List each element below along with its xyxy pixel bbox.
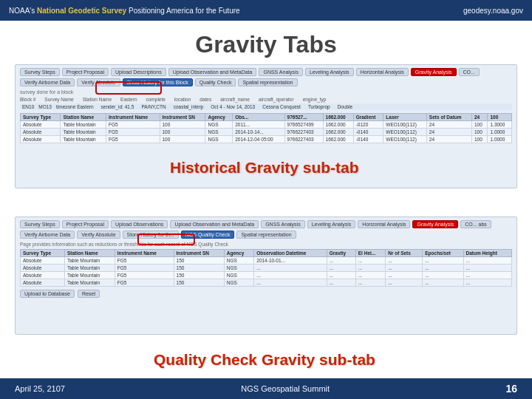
upper-survey-row: EN10 MO13 timezone Eastern sender_id: 41… [20, 103, 512, 110]
upper-data-table: Survey Type Station Name Instrument Name… [20, 113, 512, 143]
upper-nav-bar: Survey Steps Project Proposal Upload Des… [20, 68, 512, 76]
lower-nav-bar: Survey Steps Project Proposal Upload Obs… [20, 220, 512, 228]
lcol-el-hei: El Hei... [355, 250, 385, 257]
field-basin: Eastern [120, 97, 137, 102]
table-row: Absolute Table Mountain FG5 150 NGS ... … [21, 265, 512, 272]
col-survey-type: Survey Type [21, 114, 61, 121]
field-engine: engine_typ [303, 97, 327, 102]
lcol-instrument-name: Instrument Name [115, 250, 174, 257]
upper-nav-co[interactable]: CO... [459, 68, 480, 76]
upper-sub-label: survey done for a block [20, 89, 512, 95]
upper-nav-upload-desc[interactable]: Upload Descriptions [111, 68, 166, 76]
header-left: NOAA's National Geodetic Survey Position… [9, 7, 240, 15]
col-agency: Agency [205, 114, 233, 121]
upper-nav-upload-obs[interactable]: Upload Observation and MetaData [168, 68, 257, 76]
lower-bottom-buttons: Upload to Database Reset [20, 290, 512, 298]
field-station: Station Name [83, 97, 112, 102]
survey-aircraft-name: Cessna Conquest [262, 104, 301, 109]
lower-nav-survey-steps[interactable]: Survey Steps [20, 220, 60, 228]
lower-callout-label: Quality Check Gravity sub-tab [154, 351, 375, 369]
table-row: Absolute Table Mountain FG5 150 NGS ... … [21, 279, 512, 287]
upper-btn-spatial[interactable]: Spatial representation [238, 78, 297, 86]
survey-id: EN10 [22, 104, 34, 109]
field-operator: aircraft_operator [259, 97, 294, 102]
lower-btn-store-history[interactable]: Store History for th... [123, 231, 179, 239]
lower-callout-text: Quality Check Gravity sub-tab [154, 351, 375, 368]
col-obs: Obs... [233, 114, 284, 121]
upper-panel: Survey Steps Project Proposal Upload Des… [15, 64, 517, 188]
lower-btn-ngs-quality[interactable]: NGS Quality Check [181, 231, 235, 239]
header-tagline: Positioning America for the Future [129, 7, 240, 15]
lower-nav-leveling[interactable]: Leveling Analysis [307, 220, 356, 228]
survey-coastal-interp: coastal_interp [174, 104, 203, 109]
lcol-epochs: Epochs/set [423, 250, 463, 257]
upper-btn-verify-absolute[interactable]: Verify Absolute [77, 78, 120, 86]
lower-nav-co[interactable]: CO... abs [460, 220, 491, 228]
col-instrument-sn: Instrument SN [160, 114, 205, 121]
field-location: location [174, 97, 191, 102]
lower-btn-upload-database[interactable]: Upload to Database [20, 290, 75, 298]
col-instrument-name: Instrument Name [106, 114, 160, 121]
lcol-agency: Agency [224, 250, 253, 257]
upper-nav-gnss[interactable]: GNSS Analysis [259, 68, 302, 76]
field-survey: Survey Name [44, 97, 73, 102]
lcol-survey-type: Survey Type [21, 250, 65, 257]
table-row: Absolute Table Mountain FG5 150 NGS ... … [21, 272, 512, 279]
col-station-name: Station Name [61, 114, 106, 121]
col-el: 1662.000 [323, 114, 353, 121]
survey-ctnu: PA/NY,CTN [141, 104, 166, 109]
table-row: Absolute Table Mountain FG5 100 NGS 2011… [21, 121, 512, 129]
upper-field-row: Block # Survey Name Station Name Eastern… [20, 97, 512, 102]
upper-btn-show-history[interactable]: Show History for this Block [123, 78, 193, 86]
header-ngs-bold: National Geodetic Survey [37, 7, 126, 15]
col-height: 100 [488, 114, 512, 121]
col-gravity: 976527... [284, 114, 323, 121]
lower-nav-upload-obs[interactable]: Upload Observation and MetaData [170, 220, 259, 228]
table-row: Absolute Table Mountain FG5 100 NGS 2014… [21, 136, 512, 143]
footer-page-number: 16 [505, 383, 517, 395]
lower-nav-gnss[interactable]: GNSS Analysis [261, 220, 304, 228]
lcol-datum-height: Datum Height [463, 250, 511, 257]
upper-nav-leveling[interactable]: Leveling Analysis [305, 68, 354, 76]
col-gradient: Gradient [353, 114, 383, 121]
lower-nav-upload-desc[interactable]: Upload Observations [111, 220, 168, 228]
survey-engine: Double [338, 104, 353, 109]
upper-btn-verify-airborne[interactable]: Verify Airborne Data [20, 78, 75, 86]
lower-data-table: Survey Type Station Name Instrument Name… [20, 249, 512, 287]
upper-toolbar: Verify Airborne Data Verify Absolute Sho… [20, 78, 512, 86]
survey-sender-id: sender_id: 41.5 [101, 104, 134, 109]
survey-timezone: timezone Eastern [56, 104, 94, 109]
field-dates: dates [200, 97, 211, 102]
table-row: Absolute Table Mountain FG5 150 NGS 2014… [21, 257, 512, 265]
lower-toolbar: Verify Airborne Data Verify Absolute Sto… [20, 231, 512, 239]
lower-btn-verify-absolute[interactable]: Verify Absolute [77, 231, 120, 239]
lcol-obs-datetime: Observation Datetime [254, 250, 327, 257]
header-bar: NOAA's National Geodetic Survey Position… [0, 0, 532, 21]
lower-btn-reset[interactable]: Reset [78, 290, 100, 298]
header-right: geodesy.noaa.gov [463, 7, 523, 15]
header-website: geodesy.noaa.gov [463, 7, 523, 15]
footer-bar: April 25, 2107 NGS Geospatial Summit 16 [0, 378, 532, 399]
col-datum: Laser [383, 114, 427, 121]
upper-nav-horizontal[interactable]: Horizontal Analysis [356, 68, 409, 76]
lower-nav-horizontal[interactable]: Horizontal Analysis [358, 220, 410, 228]
lcol-station: Station Name [64, 250, 115, 257]
lower-nav-gravity[interactable]: Gravity Analysis [412, 220, 458, 228]
col-sets: Sets of Datum [426, 114, 471, 121]
header-noaa-text: NOAA's [9, 7, 35, 15]
table-row: Absolute Table Mountain FG5 100 NGS 2014… [21, 129, 512, 136]
title-area: Gravity Tabs [0, 21, 532, 64]
lower-panel: Survey Steps Project Proposal Upload Obs… [15, 216, 517, 335]
field-complete: complete [146, 97, 166, 102]
upper-nav-project-proposal[interactable]: Project Proposal [62, 68, 109, 76]
page-title: Gravity Tabs [0, 31, 532, 58]
upper-nav-gravity[interactable]: Gravity Analysis [411, 68, 457, 76]
upper-nav-survey-steps[interactable]: Survey Steps [20, 68, 60, 76]
upper-btn-quality-check[interactable]: Quality Check [195, 78, 236, 86]
lower-btn-spatial[interactable]: Spatial representation [236, 231, 296, 239]
lower-nav-project-proposal[interactable]: Project Proposal [62, 220, 109, 228]
content-area: Survey Steps Project Proposal Upload Des… [15, 64, 517, 382]
field-aircraft: aircraft_name [220, 97, 250, 102]
footer-event: NGS Geospatial Summit [241, 384, 330, 393]
lower-btn-verify-airborne[interactable]: Verify Airborne Data [20, 231, 75, 239]
